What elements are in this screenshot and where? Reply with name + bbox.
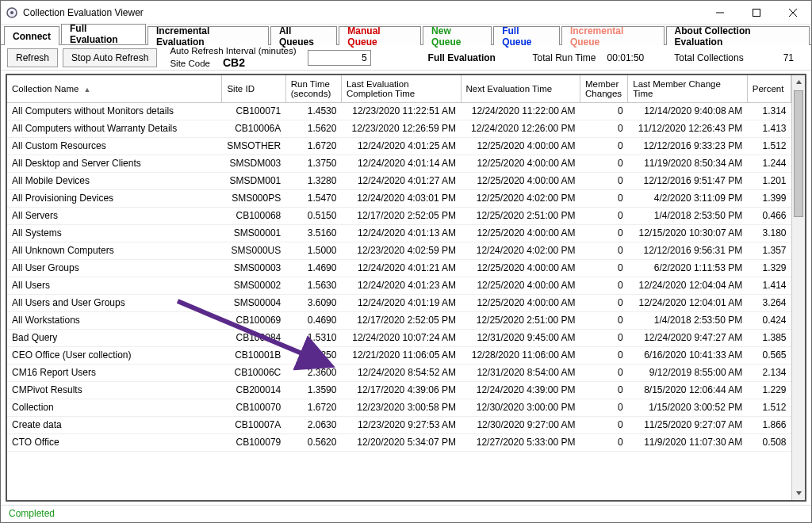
table-row[interactable]: All User GroupsSMS000031.469012/24/2020 … bbox=[7, 259, 791, 277]
cell-next-eval: 12/30/2020 9:27:00 AM bbox=[461, 416, 580, 433]
cell-name: CTO Office bbox=[7, 433, 222, 451]
col-next-eval[interactable]: Next Evaluation Time bbox=[461, 75, 580, 102]
cell-next-eval: 12/25/2020 4:00:00 AM bbox=[461, 155, 580, 172]
cell-last-eval: 12/17/2020 2:52:05 PM bbox=[341, 207, 461, 224]
cell-member-changes: 0 bbox=[580, 416, 628, 433]
app-window: Collection Evaluation Viewer Connect Ful… bbox=[0, 0, 812, 523]
maximize-button[interactable] bbox=[738, 1, 775, 25]
tab-about[interactable]: About Collection Evaluation bbox=[666, 26, 810, 45]
cell-percent: 1.229 bbox=[747, 381, 791, 399]
cell-site: CB100079 bbox=[222, 433, 285, 451]
table-row[interactable]: All Computers without Monitors detailsCB… bbox=[7, 102, 791, 120]
cell-site: CB10001B bbox=[222, 346, 285, 364]
cell-percent: 0.466 bbox=[747, 207, 791, 224]
scrollbar-thumb[interactable] bbox=[794, 90, 803, 217]
cell-next-eval: 12/25/2020 4:02:00 PM bbox=[461, 189, 580, 207]
table-row[interactable]: All Unknown ComputersSMS000US1.500012/23… bbox=[7, 242, 791, 259]
cell-member-changes: 0 bbox=[580, 364, 628, 381]
table-row[interactable]: All ServersCB1000680.515012/17/2020 2:52… bbox=[7, 207, 791, 224]
col-run-time[interactable]: Run Time (seconds) bbox=[285, 75, 341, 102]
cell-name: CM16 Report Users bbox=[7, 364, 222, 381]
cell-site: SMS00001 bbox=[222, 224, 285, 242]
tab-full-evaluation[interactable]: Full Evaluation bbox=[61, 24, 146, 44]
col-last-member-change[interactable]: Last Member Change Time bbox=[628, 75, 748, 102]
table-row[interactable]: All Provisioning DevicesSMS000PS1.547012… bbox=[7, 189, 791, 207]
table-row[interactable]: All WorkstationsCB1000690.469012/17/2020… bbox=[7, 311, 791, 329]
col-last-eval[interactable]: Last Evaluation Completion Time bbox=[341, 75, 461, 102]
table-row[interactable]: All UsersSMS000021.563012/24/2020 4:01:2… bbox=[7, 277, 791, 294]
tab-manual-queue[interactable]: Manual Queue bbox=[339, 26, 421, 45]
table-row[interactable]: All Users and User GroupsSMS000043.60901… bbox=[7, 294, 791, 311]
auto-refresh-interval-input[interactable] bbox=[308, 50, 371, 66]
cell-site: CB100084 bbox=[222, 329, 285, 346]
cell-percent: 1.329 bbox=[747, 259, 791, 277]
table-row[interactable]: CEO Office (User collection)CB10001B0.62… bbox=[7, 346, 791, 364]
table-row[interactable]: Bad QueryCB1000841.531012/24/2020 10:07:… bbox=[7, 329, 791, 346]
table-row[interactable]: All SystemsSMS000013.516012/24/2020 4:01… bbox=[7, 224, 791, 242]
cell-next-eval: 12/24/2020 4:39:00 PM bbox=[461, 381, 580, 399]
table-row[interactable]: CM16 Report UsersCB10006C2.360012/24/202… bbox=[7, 364, 791, 381]
tab-all-queues[interactable]: All Queues bbox=[270, 26, 337, 45]
cell-last-eval: 12/24/2020 4:03:01 PM bbox=[341, 189, 461, 207]
col-collection-name[interactable]: Collection Name▲ bbox=[7, 75, 222, 102]
cell-name: All User Groups bbox=[7, 259, 222, 277]
cell-last-member-change: 8/15/2020 12:06:44 AM bbox=[628, 381, 748, 399]
cell-name: All Systems bbox=[7, 224, 222, 242]
cell-runtime: 1.5620 bbox=[285, 120, 341, 137]
cell-member-changes: 0 bbox=[580, 294, 628, 311]
cell-percent: 2.134 bbox=[747, 364, 791, 381]
cell-last-eval: 12/24/2020 4:01:23 AM bbox=[341, 277, 461, 294]
cell-member-changes: 0 bbox=[580, 259, 628, 277]
cell-last-eval: 12/23/2020 9:27:53 AM bbox=[341, 416, 461, 433]
cell-percent: 1.413 bbox=[747, 120, 791, 137]
cell-name: CEO Office (User collection) bbox=[7, 346, 222, 364]
table-row[interactable]: All Mobile DevicesSMSDM0011.328012/24/20… bbox=[7, 172, 791, 189]
cell-last-eval: 12/24/2020 4:01:21 AM bbox=[341, 259, 461, 277]
cell-member-changes: 0 bbox=[580, 346, 628, 364]
cell-next-eval: 12/31/2020 8:54:00 AM bbox=[461, 364, 580, 381]
table-row[interactable]: All Desktop and Server ClientsSMSDM0031.… bbox=[7, 155, 791, 172]
vertical-scrollbar[interactable] bbox=[791, 75, 805, 500]
table-row[interactable]: CollectionCB1000701.672012/23/2020 3:00:… bbox=[7, 399, 791, 416]
tab-incremental-queue[interactable]: Incremental Queue bbox=[561, 26, 665, 45]
cell-site: SMS00002 bbox=[222, 277, 285, 294]
cell-site: CB10007A bbox=[222, 416, 285, 433]
close-button[interactable] bbox=[775, 1, 811, 25]
cell-next-eval: 12/24/2020 11:22:00 AM bbox=[461, 102, 580, 120]
cell-site: SMS00003 bbox=[222, 259, 285, 277]
minimize-button[interactable] bbox=[702, 1, 738, 25]
col-member-changes[interactable]: Member Changes bbox=[580, 75, 628, 102]
cell-site: CB10006C bbox=[222, 364, 285, 381]
table-row[interactable]: All Custom ResourcesSMSOTHER1.672012/24/… bbox=[7, 137, 791, 155]
scroll-up-icon[interactable] bbox=[792, 75, 805, 89]
cell-site: CB100069 bbox=[222, 311, 285, 329]
cell-runtime: 1.3590 bbox=[285, 381, 341, 399]
table-row[interactable]: CTO OfficeCB1000790.562012/20/2020 5:34:… bbox=[7, 433, 791, 451]
table-row[interactable]: CMPivot ResultsCB2000141.359012/17/2020 … bbox=[7, 381, 791, 399]
tabstrip: Connect Full Evaluation Incremental Eval… bbox=[1, 25, 811, 45]
tab-incremental-evaluation[interactable]: Incremental Evaluation bbox=[147, 26, 269, 45]
col-site-id[interactable]: Site ID bbox=[222, 75, 285, 102]
table-row[interactable]: All Computers without Warranty DetailsCB… bbox=[7, 120, 791, 137]
cell-name: All Users and User Groups bbox=[7, 294, 222, 311]
total-collections-value: 71 bbox=[783, 52, 794, 63]
col-percent[interactable]: Percent bbox=[747, 75, 791, 102]
cell-last-member-change: 4/2/2020 3:11:09 PM bbox=[628, 189, 748, 207]
scroll-down-icon[interactable] bbox=[792, 487, 805, 500]
cell-member-changes: 0 bbox=[580, 242, 628, 259]
tab-new-queue[interactable]: New Queue bbox=[423, 26, 492, 45]
evaluation-mode-label: Full Evaluation bbox=[428, 52, 496, 63]
cell-member-changes: 0 bbox=[580, 311, 628, 329]
table-row[interactable]: Create dataCB10007A2.063012/23/2020 9:27… bbox=[7, 416, 791, 433]
tab-full-queue[interactable]: Full Queue bbox=[493, 26, 560, 45]
refresh-button[interactable]: Refresh bbox=[7, 48, 58, 67]
cell-name: All Mobile Devices bbox=[7, 172, 222, 189]
cell-last-eval: 12/24/2020 4:01:27 AM bbox=[341, 172, 461, 189]
cell-site: CB100071 bbox=[222, 102, 285, 120]
cell-runtime: 1.5470 bbox=[285, 189, 341, 207]
cell-runtime: 3.5160 bbox=[285, 224, 341, 242]
cell-last-member-change: 1/15/2020 3:00:52 PM bbox=[628, 399, 748, 416]
cell-next-eval: 12/25/2020 2:51:00 PM bbox=[461, 207, 580, 224]
stop-auto-refresh-button[interactable]: Stop Auto Refresh bbox=[63, 48, 157, 67]
tab-connect[interactable]: Connect bbox=[4, 26, 59, 45]
